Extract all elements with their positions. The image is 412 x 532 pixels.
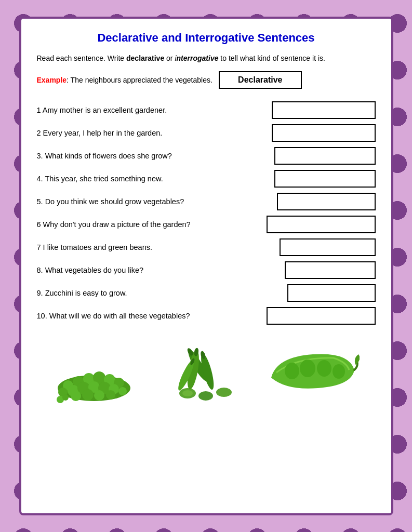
question-text-7: 7 I like tomatoes and green beans. [37, 243, 280, 251]
question-row-10: 10. What will we do with all these veget… [37, 306, 376, 326]
svg-point-34 [317, 360, 331, 377]
question-row-5: 5. Do you think we should grow vegetable… [37, 192, 376, 211]
answer-input-3[interactable] [274, 147, 376, 165]
question-row-1: 1 Amy mother is an excellent gardener. [37, 100, 376, 120]
question-text-6: 6 Why don't you draw a picture of the ga… [37, 220, 267, 229]
question-text-9: 9. Zucchini is easy to grow. [37, 289, 287, 297]
question-row-6: 6 Why don't you draw a picture of the ga… [37, 215, 376, 234]
page-container: Declarative and Interrogative Sentences … [19, 17, 393, 515]
question-text-2: 2 Every year, I help her in the garden. [37, 129, 272, 137]
svg-point-30 [198, 391, 213, 401]
svg-point-31 [216, 388, 232, 397]
peas-image [52, 341, 136, 404]
question-text-4: 4. This year, she tried something new. [37, 175, 274, 183]
page-title: Declarative and Interrogative Sentences [37, 31, 376, 45]
svg-point-17 [118, 387, 127, 395]
svg-point-13 [71, 391, 81, 401]
question-row-8: 8. What vegetables do you like? [37, 260, 376, 280]
svg-point-29 [182, 390, 193, 396]
question-text-5: 5. Do you think we should grow vegetable… [37, 197, 277, 206]
svg-point-15 [94, 390, 104, 401]
svg-point-14 [82, 389, 94, 401]
answer-input-4[interactable] [274, 170, 376, 188]
question-text-8: 8. What vegetables do you like? [37, 266, 285, 274]
instructions: Read each sentence. Write declarative or… [37, 53, 376, 64]
example-word: Example [37, 76, 67, 84]
svg-point-32 [285, 363, 299, 379]
peapod-image [266, 347, 360, 404]
answer-input-1[interactable] [272, 101, 376, 119]
question-text-3: 3. What kinds of flowers does she grow? [37, 152, 274, 160]
svg-point-16 [106, 390, 115, 400]
example-row: Example: The neighbours appreciated the … [37, 71, 376, 89]
answer-input-5[interactable] [277, 193, 376, 210]
answer-input-2[interactable] [272, 124, 376, 142]
question-text-10: 10. What will we do with all these veget… [37, 312, 267, 320]
svg-point-35 [333, 364, 345, 379]
okra-image [156, 336, 245, 404]
question-row-9: 9. Zucchini is easy to grow. [37, 283, 376, 303]
question-row-7: 7 I like tomatoes and green beans. [37, 237, 376, 257]
answer-input-9[interactable] [287, 284, 376, 302]
example-sentence: : The neighbours appreciated the vegetab… [67, 76, 212, 84]
answer-input-10[interactable] [267, 307, 376, 325]
svg-point-33 [300, 360, 315, 377]
answer-input-6[interactable] [267, 216, 376, 233]
answer-input-8[interactable] [285, 261, 376, 279]
example-answer-box: Declarative [219, 71, 302, 89]
questions-area: 1 Amy mother is an excellent gardener. 2… [37, 100, 376, 326]
svg-point-19 [62, 394, 69, 401]
question-row-4: 4. This year, she tried something new. [37, 169, 376, 189]
question-row-3: 3. What kinds of flowers does she grow? [37, 146, 376, 166]
declarative-bold: declarative [126, 54, 164, 62]
question-text-1: 1 Amy mother is an excellent gardener. [37, 106, 272, 114]
images-row [37, 336, 376, 404]
example-label: Example: The neighbours appreciated the … [37, 76, 212, 84]
question-row-2: 2 Every year, I help her in the garden. [37, 123, 376, 143]
interrogative-italic: interrogative [175, 54, 218, 62]
answer-input-7[interactable] [280, 238, 376, 256]
